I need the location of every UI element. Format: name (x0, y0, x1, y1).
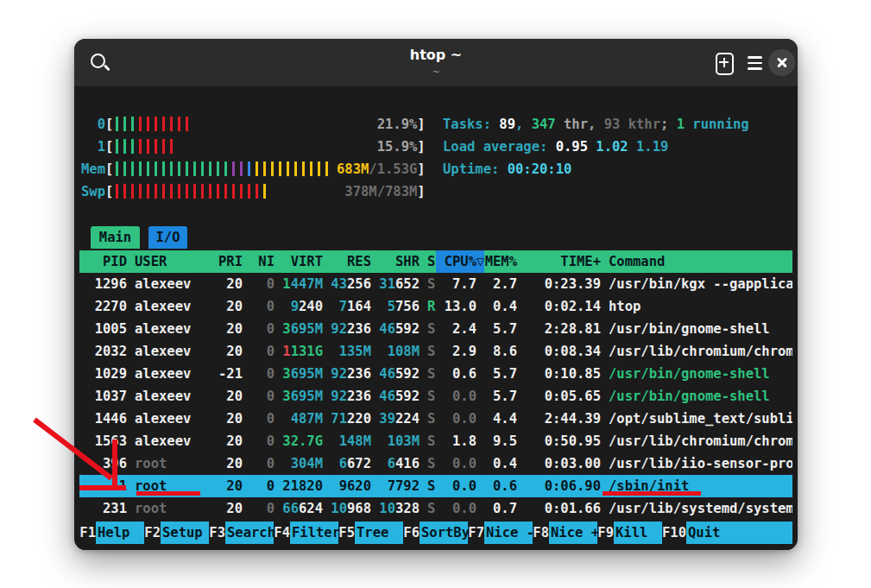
process-row[interactable]: 231root200666241096810328S0.0 0.70:01.66… (79, 497, 792, 520)
summary-line: Uptime: 00:20:10 (443, 158, 571, 180)
meter-mem: Mem[683M/1.53G] (81, 158, 426, 180)
meter-bar (201, 184, 204, 199)
meter-bar (139, 139, 142, 154)
meter-bar (310, 161, 312, 176)
meter-bar (162, 139, 165, 154)
process-row[interactable]: 1037alexeev2003695M9223646592S0.0 5.70:0… (79, 385, 792, 408)
meter-bar (287, 161, 289, 176)
meter-bar (162, 117, 165, 131)
meter-bar (147, 139, 149, 154)
meter-bar (123, 184, 126, 199)
window-title: htop ~ (74, 47, 798, 63)
meter-bar (139, 184, 142, 199)
col-header-mem[interactable]: MEM% (484, 250, 517, 273)
meter-bar (139, 161, 142, 176)
meter-bar (232, 184, 235, 199)
fkey-f1[interactable]: F1 (79, 522, 96, 544)
meter-bar (325, 161, 328, 176)
fkey-f9[interactable]: F9 (597, 522, 614, 544)
terminal-area[interactable]: 0[21.9%]1[15.9%]Mem[683M/1.53G]Swp[378M/… (79, 86, 792, 550)
meter-0: 0[21.9%] (81, 113, 426, 136)
meter-bar (162, 161, 165, 176)
fkey-f10[interactable]: F10 (662, 522, 686, 544)
meter-bar (155, 139, 157, 154)
process-row[interactable]: 2032alexeev2001131G135M108MS2.9 8.60:08.… (79, 340, 792, 363)
fkey-f4[interactable]: F4 (274, 522, 290, 544)
meter-bar (123, 139, 126, 154)
process-row-selected[interactable]: 1root2002182096207792S0.0 0.60:06.90/sbi… (79, 475, 792, 497)
meter-bar (139, 117, 142, 131)
meter-bar (178, 184, 180, 199)
fkey-label-nice[interactable]: Nice + (549, 522, 597, 544)
meter-bar (123, 161, 126, 176)
fkey-label-setup[interactable]: Setup (161, 522, 209, 544)
fkey-f8[interactable]: F8 (533, 522, 549, 544)
meter-bar (116, 139, 118, 154)
meter-bar (116, 184, 118, 199)
meter-bar (209, 184, 211, 199)
meter-bar (178, 117, 180, 131)
col-header-shr[interactable]: SHR (371, 250, 420, 273)
fkey-label-kill[interactable]: Kill (614, 522, 662, 544)
col-header-user[interactable]: USER (127, 250, 207, 273)
col-header-pid[interactable]: PID (86, 250, 127, 273)
meter-bar (240, 161, 243, 176)
fkey-f2[interactable]: F2 (144, 522, 161, 544)
col-header-s[interactable]: S (420, 250, 436, 273)
meter-bar (147, 117, 149, 131)
tab-main[interactable]: Main (91, 226, 140, 249)
col-header-ni[interactable]: NI (243, 250, 275, 273)
sort-arrow-icon: ▽ (477, 250, 484, 273)
col-header-pri[interactable]: PRI (207, 250, 243, 273)
meter-bar (279, 161, 281, 176)
meter-bar (209, 161, 211, 176)
meter-bar (186, 161, 188, 176)
process-row[interactable]: 1563alexeev20032.7G148M103MS1.8 9.50:50.… (79, 430, 792, 452)
col-header-virt[interactable]: VIRT (275, 250, 323, 273)
fkey-label-filter[interactable]: Filter (290, 522, 338, 544)
fkey-label-quit[interactable]: Quit (686, 522, 792, 544)
meter-bar (147, 184, 149, 199)
meter-bar (193, 161, 196, 176)
new-tab-button[interactable] (713, 52, 735, 74)
meter-bar (170, 117, 173, 131)
meter-bar (201, 161, 204, 176)
fkey-label-nice[interactable]: Nice - (484, 522, 533, 544)
meter-bar (131, 117, 134, 131)
col-header-res[interactable]: RES (323, 250, 371, 273)
meter-bar (193, 184, 196, 199)
fkey-f6[interactable]: F6 (403, 522, 420, 544)
tab-io[interactable]: I/O (148, 226, 187, 249)
window-subtitle: ~ (74, 66, 798, 78)
meter-bar (256, 184, 258, 199)
meter-bar (318, 161, 320, 176)
col-header-time[interactable]: TIME+ (517, 250, 601, 273)
meter-bar (256, 161, 258, 176)
fkey-label-help[interactable]: Help (96, 522, 144, 544)
meter-1: 1[15.9%] (81, 136, 426, 158)
fkey-label-tree[interactable]: Tree (355, 522, 403, 544)
meter-bar (170, 184, 173, 199)
window-titlebar[interactable]: htop ~ ~ (74, 39, 798, 87)
process-row[interactable]: 2270alexeev200924071645756R13.0 0.40:02.… (79, 295, 792, 318)
meter-bar (147, 161, 149, 176)
process-row[interactable]: 396root200304M66726416S0.0 0.40:03.00/us… (79, 452, 792, 475)
fkey-label-sortby[interactable]: SortBy (420, 522, 468, 544)
meter-bar (123, 117, 126, 131)
col-header-command[interactable]: Command (601, 250, 792, 273)
meter-bar (217, 161, 219, 176)
fkey-f3[interactable]: F3 (209, 522, 225, 544)
process-row[interactable]: 1296alexeev2001447M4325631652S7.7 2.70:2… (79, 273, 792, 295)
meter-bar (186, 184, 188, 199)
menu-button[interactable] (746, 54, 765, 73)
col-header-cpu[interactable]: CPU% (436, 250, 477, 273)
process-row[interactable]: 1446alexeev200487M7122039224S0.0 4.42:44… (79, 408, 792, 430)
summary-line: Load average: 0.95 1.02 1.19 (443, 136, 668, 158)
close-button[interactable] (768, 49, 795, 76)
meter-bar (170, 161, 173, 176)
fkey-f7[interactable]: F7 (468, 522, 484, 544)
fkey-f5[interactable]: F5 (338, 522, 355, 544)
process-row[interactable]: 1005alexeev2003695M9223646592S2.4 5.72:2… (79, 318, 792, 340)
process-row[interactable]: 1029alexeev-2103695M9223646592S0.6 5.70:… (79, 363, 792, 385)
fkey-label-search[interactable]: Search (225, 522, 274, 544)
